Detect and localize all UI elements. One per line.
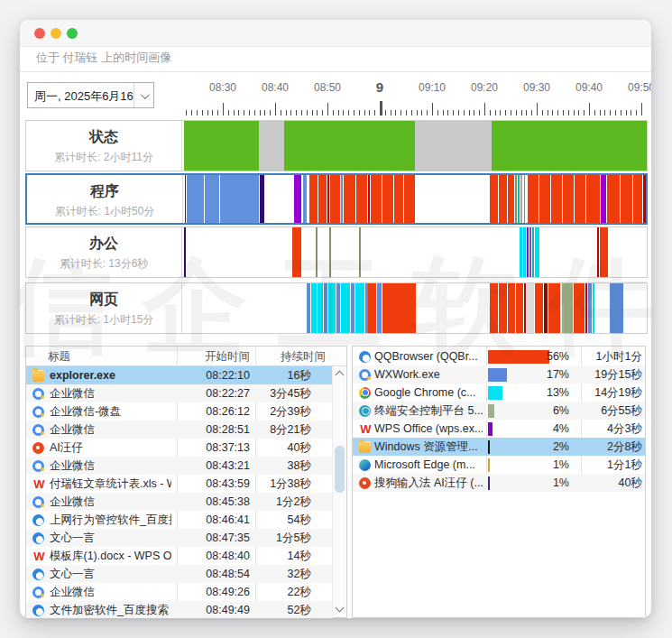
table-row[interactable]: W付瑞钰文章统计表.xls - W...08:43:591分38秒: [26, 475, 333, 493]
activity-segment[interactable]: [309, 175, 318, 223]
table-row[interactable]: explorer.exe08:22:1016秒: [26, 366, 333, 384]
activity-segment[interactable]: [316, 227, 318, 277]
activity-segment[interactable]: [562, 283, 573, 333]
activity-segment[interactable]: [544, 283, 548, 333]
activity-segment[interactable]: [260, 175, 264, 223]
table-row[interactable]: 企业微信08:49:2622秒: [26, 583, 333, 601]
activity-segment[interactable]: [311, 283, 317, 333]
track-row-status[interactable]: 状态累计时长: 2小时11分: [25, 120, 648, 171]
activity-segment[interactable]: [527, 283, 534, 333]
activity-segment[interactable]: [532, 227, 534, 277]
activity-segment[interactable]: [523, 227, 526, 277]
column-header-title[interactable]: 标题: [48, 347, 70, 366]
activity-segment[interactable]: [575, 175, 585, 223]
activity-segment[interactable]: [597, 227, 599, 277]
activity-segment[interactable]: [518, 175, 520, 223]
activity-segment[interactable]: [303, 175, 307, 223]
activity-segment[interactable]: [341, 283, 350, 333]
activity-segment[interactable]: [394, 175, 403, 223]
activity-segment[interactable]: [307, 283, 310, 333]
activity-segment[interactable]: [524, 175, 525, 223]
chevron-down-icon[interactable]: [133, 83, 153, 107]
activity-segment[interactable]: [600, 227, 608, 277]
activity-segment[interactable]: [520, 175, 522, 223]
activity-segment[interactable]: [535, 283, 543, 333]
table-row[interactable]: 上网行为管控软件_百度搜索08:46:4154秒: [26, 511, 333, 529]
maximize-window-button[interactable]: [67, 28, 78, 39]
activity-segment[interactable]: [643, 175, 646, 223]
activity-segment[interactable]: [327, 175, 329, 223]
date-picker[interactable]: 周一, 2025年6月16日: [27, 82, 154, 108]
table-row[interactable]: 企业微信-微盘08:26:122分39秒: [26, 402, 333, 421]
activity-segment[interactable]: [184, 121, 259, 171]
table-row[interactable]: W模板库(1).docx - WPS Of...08:48:4014秒: [26, 547, 333, 565]
activity-segment[interactable]: [294, 175, 301, 223]
activity-segment[interactable]: [499, 283, 507, 333]
activity-segment[interactable]: [292, 227, 301, 277]
table-row[interactable]: 文心一言08:47:351分5秒: [26, 529, 333, 547]
activity-segment[interactable]: [593, 283, 594, 333]
activity-segment[interactable]: [356, 175, 367, 223]
summary-row[interactable]: Windows 资源管理...2%2分8秒: [353, 438, 645, 456]
activity-segment[interactable]: [633, 175, 642, 223]
activity-segment[interactable]: [359, 227, 361, 277]
activity-segment[interactable]: [371, 175, 382, 223]
activity-segment[interactable]: [355, 283, 364, 333]
activity-segment[interactable]: [548, 283, 560, 333]
activity-segment[interactable]: [341, 175, 343, 223]
summary-row[interactable]: QQBrowser (QQBr...56%1小时1分: [353, 347, 645, 365]
activity-segment[interactable]: [529, 227, 531, 277]
track-row-office[interactable]: 办公累计时长: 13分6秒: [25, 227, 648, 278]
activity-segment[interactable]: [351, 283, 354, 333]
activity-segment[interactable]: [499, 175, 507, 223]
activity-segment[interactable]: [528, 175, 539, 223]
activity-segment[interactable]: [377, 283, 382, 333]
activity-segment[interactable]: [524, 283, 526, 333]
activity-segment[interactable]: [586, 175, 600, 223]
activity-segment[interactable]: [508, 283, 515, 333]
activity-segment[interactable]: [368, 175, 370, 223]
activity-segment[interactable]: [318, 175, 327, 223]
activity-segment[interactable]: [344, 175, 355, 223]
activity-segment[interactable]: [336, 283, 340, 333]
activity-segment[interactable]: [404, 175, 415, 223]
summary-row[interactable]: WWPS Office (wps.ex...4%4分3秒: [353, 420, 645, 438]
scroll-up-icon[interactable]: [336, 371, 345, 380]
column-header-duration[interactable]: 持续时间: [281, 347, 326, 366]
activity-segment[interactable]: [527, 227, 529, 277]
close-window-button[interactable]: [34, 28, 45, 39]
activity-segment[interactable]: [585, 283, 587, 333]
activity-segment[interactable]: [588, 283, 592, 333]
activity-segment[interactable]: [259, 121, 284, 171]
table-row[interactable]: 企业微信08:28:518分21秒: [26, 421, 333, 439]
activity-segment[interactable]: [607, 175, 620, 223]
activity-segment[interactable]: [492, 121, 647, 171]
track-row-programs[interactable]: 程序累计时长: 1小时50分: [25, 173, 648, 225]
table-row[interactable]: AI汪仔08:37:1340秒: [26, 439, 333, 457]
table-row[interactable]: 企业微信08:43:2138秒: [26, 457, 333, 475]
activity-segment[interactable]: [220, 175, 259, 223]
minimize-window-button[interactable]: [51, 28, 61, 39]
activity-segment[interactable]: [551, 175, 562, 223]
activity-segment[interactable]: [621, 175, 632, 223]
table-row[interactable]: 企业微信08:45:381分2秒: [26, 493, 333, 511]
column-header-start-time[interactable]: 开始时间: [205, 347, 250, 366]
activity-segment[interactable]: [601, 175, 606, 223]
scroll-down-icon[interactable]: [336, 604, 345, 613]
activity-segment[interactable]: [382, 283, 416, 333]
summary-row[interactable]: WXWork.exe17%19分15秒: [353, 365, 645, 384]
activity-segment[interactable]: [187, 175, 204, 223]
activity-segment[interactable]: [185, 175, 186, 223]
activity-segment[interactable]: [520, 227, 522, 277]
activity-segment[interactable]: [328, 283, 336, 333]
activity-segment[interactable]: [184, 227, 186, 277]
activity-segment[interactable]: [330, 175, 340, 223]
activity-segment[interactable]: [318, 283, 323, 333]
activity-segment[interactable]: [415, 121, 492, 171]
activity-segment[interactable]: [490, 175, 498, 223]
activity-segment[interactable]: [563, 175, 574, 223]
activity-segment[interactable]: [515, 175, 517, 223]
activity-segment[interactable]: [284, 121, 415, 171]
track-row-web[interactable]: 网页累计时长: 1小时15分: [25, 282, 648, 334]
summary-row[interactable]: Google Chrome (c...13%14分19秒: [353, 384, 645, 402]
